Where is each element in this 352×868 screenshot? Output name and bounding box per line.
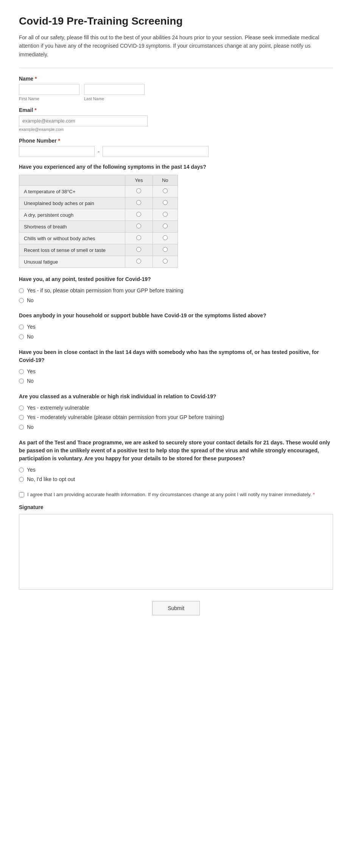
q4-radio-2[interactable] — [19, 425, 24, 430]
q3-option-label-0: Yes — [27, 368, 36, 376]
agreement-row: I agree that I am providing accurate hea… — [19, 491, 333, 498]
question-4-text: Are you classed as a vulnerable or high … — [19, 393, 333, 401]
symptom-row: Recent loss of sense of smell or taste — [19, 244, 178, 256]
symptom-no-radio-cell — [153, 233, 178, 244]
phone-dash: - — [98, 148, 100, 155]
symptom-no-radio[interactable] — [163, 212, 168, 217]
symptom-no-radio-cell — [153, 186, 178, 197]
symptom-yes-radio-cell — [125, 244, 153, 256]
phone-field-group: Phone Number * - — [19, 138, 333, 157]
symptom-no-radio-cell — [153, 209, 178, 221]
symptom-yes-radio-cell — [125, 186, 153, 197]
agreement-text: I agree that I am providing accurate hea… — [27, 491, 315, 498]
symptom-no-radio[interactable] — [163, 247, 168, 252]
email-field-group: Email * example@example.com — [19, 107, 333, 132]
q2-option-label-0: Yes — [27, 323, 36, 331]
last-name-input[interactable] — [84, 84, 145, 95]
symptom-yes-radio[interactable] — [136, 259, 141, 264]
email-input[interactable] — [19, 115, 148, 126]
symptom-no-radio[interactable] — [163, 188, 168, 193]
question-2-text: Does anybody in your household or suppor… — [19, 312, 333, 320]
q5-option-label-0: Yes — [27, 466, 36, 474]
q3-option-0: Yes — [19, 368, 333, 376]
question-5-block: As part of the Test and Trace programme,… — [19, 439, 333, 483]
symptom-yes-radio[interactable] — [136, 247, 141, 252]
symptom-yes-radio-cell — [125, 209, 153, 221]
symptom-label: A dry, persistent cough — [19, 209, 125, 221]
phone-label: Phone Number * — [19, 138, 333, 144]
q1-option-0: Yes - if so, please obtain permission fr… — [19, 287, 333, 295]
phone-input-2[interactable] — [103, 146, 209, 157]
question-3-text: Have you been in close contact in the la… — [19, 348, 333, 364]
q4-option-0: Yes - extremely vulnerable — [19, 404, 333, 412]
q3-radio-0[interactable] — [19, 369, 24, 374]
symptom-yes-radio[interactable] — [136, 200, 141, 205]
intro-text: For all of our safety, please fill this … — [19, 33, 333, 59]
symptom-label: Recent loss of sense of smell or taste — [19, 244, 125, 256]
symptom-yes-radio-cell — [125, 221, 153, 233]
symptoms-question: Have you experienced any of the followin… — [19, 163, 333, 171]
symptom-row: Unexplained body aches or pain — [19, 197, 178, 209]
symptom-no-radio[interactable] — [163, 235, 168, 240]
q1-radio-1[interactable] — [19, 298, 24, 303]
first-name-input[interactable] — [19, 84, 79, 95]
question-1-block: Have you, at any point, tested positive … — [19, 275, 333, 304]
q1-option-label-0: Yes - if so, please obtain permission fr… — [27, 287, 183, 295]
symptom-row: A temperature of 38°C+ — [19, 186, 178, 197]
symptom-no-radio-cell — [153, 256, 178, 268]
symptom-yes-radio[interactable] — [136, 235, 141, 240]
q5-option-1: No, I'd like to opt out — [19, 476, 333, 483]
name-label: Name * — [19, 76, 333, 82]
first-name-sublabel: First Name — [19, 96, 79, 101]
q3-option-1: No — [19, 377, 333, 385]
symptom-label: Unusual fatigue — [19, 256, 125, 268]
name-field-group: Name * First Name Last Name — [19, 76, 333, 101]
q1-option-label-1: No — [27, 297, 34, 304]
q4-option-label-2: No — [27, 424, 34, 431]
last-name-sublabel: Last Name — [84, 96, 145, 101]
email-placeholder-hint: example@example.com — [19, 127, 333, 132]
q2-option-label-1: No — [27, 333, 34, 341]
phone-input-1[interactable] — [19, 146, 95, 157]
q4-option-label-0: Yes - extremely vulnerable — [27, 404, 89, 412]
agreement-checkbox[interactable] — [19, 492, 24, 497]
q3-option-label-1: No — [27, 377, 34, 385]
q5-radio-1[interactable] — [19, 477, 24, 482]
q5-option-0: Yes — [19, 466, 333, 474]
q2-radio-1[interactable] — [19, 334, 24, 339]
q1-radio-0[interactable] — [19, 288, 24, 293]
symptom-yes-radio[interactable] — [136, 212, 141, 217]
q4-option-2: No — [19, 424, 333, 431]
q4-radio-0[interactable] — [19, 405, 24, 410]
symptom-label: Chills with or without body aches — [19, 233, 125, 244]
q3-radio-1[interactable] — [19, 379, 24, 384]
symptom-row: A dry, persistent cough — [19, 209, 178, 221]
symptom-no-radio-cell — [153, 244, 178, 256]
symptoms-table: Yes No A temperature of 38°C+ Unexplaine… — [19, 175, 178, 268]
symptom-label: Shortness of breath — [19, 221, 125, 233]
symptoms-col-yes: Yes — [125, 175, 153, 186]
symptom-no-radio[interactable] — [163, 224, 168, 228]
symptom-yes-radio[interactable] — [136, 188, 141, 193]
question-1-text: Have you, at any point, tested positive … — [19, 275, 333, 283]
symptoms-col-symptom — [19, 175, 125, 186]
q4-option-1: Yes - moderately vulnerable (please obta… — [19, 414, 333, 421]
q5-option-label-1: No, I'd like to opt out — [27, 476, 75, 483]
symptom-row: Chills with or without body aches — [19, 233, 178, 244]
symptom-yes-radio[interactable] — [136, 224, 141, 228]
q2-option-0: Yes — [19, 323, 333, 331]
q4-radio-1[interactable] — [19, 415, 24, 420]
signature-box[interactable] — [19, 514, 333, 590]
symptom-yes-radio-cell — [125, 233, 153, 244]
symptom-no-radio[interactable] — [163, 259, 168, 264]
symptom-no-radio-cell — [153, 197, 178, 209]
q5-radio-0[interactable] — [19, 467, 24, 472]
q2-radio-0[interactable] — [19, 325, 24, 329]
email-label: Email * — [19, 107, 333, 113]
symptom-no-radio[interactable] — [163, 200, 168, 205]
symptom-no-radio-cell — [153, 221, 178, 233]
submit-button[interactable]: Submit — [152, 601, 200, 615]
signature-section: Signature — [19, 504, 333, 590]
q4-option-label-1: Yes - moderately vulnerable (please obta… — [27, 414, 224, 421]
q1-option-1: No — [19, 297, 333, 304]
